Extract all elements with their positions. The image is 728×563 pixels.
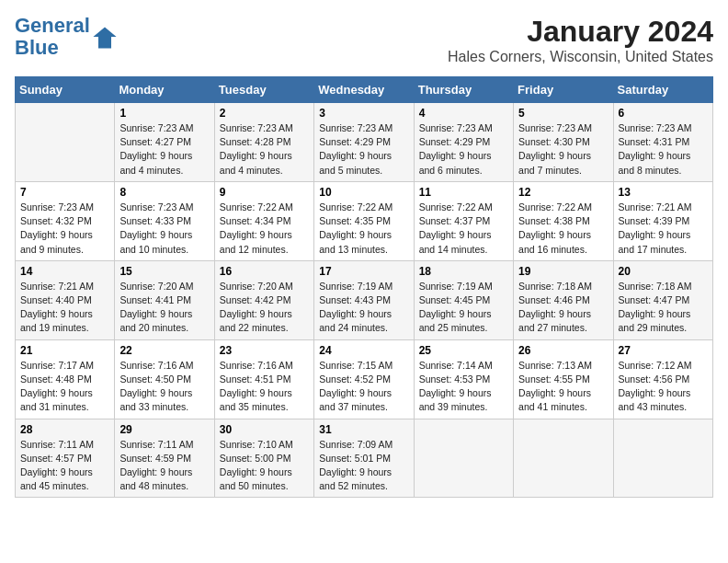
day-info: Sunrise: 7:20 AMSunset: 4:41 PMDaylight:… [119, 280, 209, 336]
calendar-cell: 18Sunrise: 7:19 AMSunset: 4:45 PMDayligh… [414, 260, 513, 339]
logo: General Blue [15, 15, 118, 59]
day-info: Sunrise: 7:09 AMSunset: 5:01 PMDaylight:… [319, 438, 408, 494]
day-info: Sunrise: 7:16 AMSunset: 4:51 PMDaylight:… [220, 359, 309, 415]
page-title: January 2024 [448, 15, 713, 49]
day-number: 23 [220, 344, 309, 357]
day-info: Sunrise: 7:14 AMSunset: 4:53 PMDaylight:… [419, 359, 508, 415]
day-number: 3 [319, 107, 408, 120]
day-number: 21 [20, 344, 109, 357]
calendar-cell: 31Sunrise: 7:09 AMSunset: 5:01 PMDayligh… [314, 419, 414, 498]
logo-text: General Blue [15, 15, 90, 59]
day-info: Sunrise: 7:13 AMSunset: 4:55 PMDaylight:… [518, 359, 608, 415]
calendar-cell: 1Sunrise: 7:23 AMSunset: 4:27 PMDaylight… [115, 103, 214, 182]
day-number: 15 [119, 265, 209, 278]
day-number: 22 [119, 344, 209, 357]
day-info: Sunrise: 7:19 AMSunset: 4:45 PMDaylight:… [419, 280, 508, 336]
day-info: Sunrise: 7:11 AMSunset: 4:57 PMDaylight:… [20, 438, 109, 494]
day-info: Sunrise: 7:15 AMSunset: 4:52 PMDaylight:… [319, 359, 408, 415]
page-subtitle: Hales Corners, Wisconsin, United States [448, 49, 713, 65]
calendar-cell: 6Sunrise: 7:23 AMSunset: 4:31 PMDaylight… [613, 103, 712, 182]
week-row-4: 21Sunrise: 7:17 AMSunset: 4:48 PMDayligh… [16, 339, 713, 419]
day-info: Sunrise: 7:21 AMSunset: 4:40 PMDaylight:… [20, 280, 109, 336]
day-number: 29 [119, 423, 209, 436]
day-info: Sunrise: 7:20 AMSunset: 4:42 PMDaylight:… [220, 280, 309, 336]
calendar-cell: 17Sunrise: 7:19 AMSunset: 4:43 PMDayligh… [314, 260, 414, 339]
calendar-cell [16, 103, 115, 182]
calendar-cell: 30Sunrise: 7:10 AMSunset: 5:00 PMDayligh… [214, 419, 313, 498]
day-info: Sunrise: 7:18 AMSunset: 4:46 PMDaylight:… [518, 280, 608, 336]
day-info: Sunrise: 7:23 AMSunset: 4:29 PMDaylight:… [319, 121, 408, 178]
calendar-cell: 12Sunrise: 7:22 AMSunset: 4:38 PMDayligh… [514, 181, 613, 260]
day-number: 1 [119, 107, 209, 120]
calendar-cell [514, 419, 613, 498]
header: General Blue January 2024 Hales Corners,… [15, 15, 713, 65]
calendar-cell: 24Sunrise: 7:15 AMSunset: 4:52 PMDayligh… [314, 339, 414, 419]
day-number: 30 [220, 423, 309, 436]
calendar-cell: 5Sunrise: 7:23 AMSunset: 4:30 PMDaylight… [514, 103, 613, 182]
calendar-table: SundayMondayTuesdayWednesdayThursdayFrid… [15, 76, 713, 498]
calendar-cell: 3Sunrise: 7:23 AMSunset: 4:29 PMDaylight… [314, 103, 414, 182]
header-cell-friday: Friday [514, 77, 613, 103]
header-cell-sunday: Sunday [16, 77, 115, 103]
week-row-5: 28Sunrise: 7:11 AMSunset: 4:57 PMDayligh… [16, 419, 713, 498]
day-info: Sunrise: 7:23 AMSunset: 4:30 PMDaylight:… [518, 121, 608, 178]
day-number: 31 [319, 423, 408, 436]
calendar-cell: 9Sunrise: 7:22 AMSunset: 4:34 PMDaylight… [214, 181, 313, 260]
calendar-cell: 23Sunrise: 7:16 AMSunset: 4:51 PMDayligh… [214, 339, 313, 419]
calendar-cell: 19Sunrise: 7:18 AMSunset: 4:46 PMDayligh… [514, 260, 613, 339]
day-number: 14 [20, 265, 109, 278]
day-number: 16 [220, 265, 309, 278]
calendar-cell: 25Sunrise: 7:14 AMSunset: 4:53 PMDayligh… [414, 339, 513, 419]
calendar-cell: 11Sunrise: 7:22 AMSunset: 4:37 PMDayligh… [414, 181, 513, 260]
day-number: 10 [319, 186, 408, 199]
day-number: 9 [220, 186, 309, 199]
calendar-cell: 26Sunrise: 7:13 AMSunset: 4:55 PMDayligh… [514, 339, 613, 419]
day-info: Sunrise: 7:23 AMSunset: 4:31 PMDaylight:… [619, 121, 708, 178]
title-area: January 2024 Hales Corners, Wisconsin, U… [448, 15, 713, 65]
calendar-cell: 7Sunrise: 7:23 AMSunset: 4:32 PMDaylight… [16, 181, 115, 260]
header-cell-wednesday: Wednesday [314, 77, 414, 103]
day-number: 20 [619, 265, 708, 278]
week-row-3: 14Sunrise: 7:21 AMSunset: 4:40 PMDayligh… [16, 260, 713, 339]
day-number: 26 [518, 344, 608, 357]
calendar-cell: 22Sunrise: 7:16 AMSunset: 4:50 PMDayligh… [115, 339, 214, 419]
day-info: Sunrise: 7:16 AMSunset: 4:50 PMDaylight:… [119, 359, 209, 415]
calendar-cell: 28Sunrise: 7:11 AMSunset: 4:57 PMDayligh… [16, 419, 115, 498]
logo-icon [92, 24, 118, 50]
header-row: SundayMondayTuesdayWednesdayThursdayFrid… [16, 77, 713, 103]
calendar-cell [613, 419, 712, 498]
day-number: 2 [220, 107, 309, 120]
calendar-cell: 21Sunrise: 7:17 AMSunset: 4:48 PMDayligh… [16, 339, 115, 419]
day-info: Sunrise: 7:23 AMSunset: 4:28 PMDaylight:… [220, 121, 309, 178]
calendar-cell: 8Sunrise: 7:23 AMSunset: 4:33 PMDaylight… [115, 181, 214, 260]
calendar-cell: 27Sunrise: 7:12 AMSunset: 4:56 PMDayligh… [613, 339, 712, 419]
svg-marker-0 [93, 28, 116, 49]
day-number: 12 [518, 186, 608, 199]
day-info: Sunrise: 7:22 AMSunset: 4:34 PMDaylight:… [220, 201, 309, 257]
day-info: Sunrise: 7:22 AMSunset: 4:38 PMDaylight:… [518, 201, 608, 257]
day-info: Sunrise: 7:10 AMSunset: 5:00 PMDaylight:… [220, 438, 309, 494]
calendar-cell [414, 419, 513, 498]
day-number: 28 [20, 423, 109, 436]
calendar-cell: 20Sunrise: 7:18 AMSunset: 4:47 PMDayligh… [613, 260, 712, 339]
day-info: Sunrise: 7:21 AMSunset: 4:39 PMDaylight:… [619, 201, 708, 257]
day-number: 7 [20, 186, 109, 199]
day-info: Sunrise: 7:17 AMSunset: 4:48 PMDaylight:… [20, 359, 109, 415]
day-info: Sunrise: 7:18 AMSunset: 4:47 PMDaylight:… [619, 280, 708, 336]
calendar-cell: 16Sunrise: 7:20 AMSunset: 4:42 PMDayligh… [214, 260, 313, 339]
week-row-1: 1Sunrise: 7:23 AMSunset: 4:27 PMDaylight… [16, 103, 713, 182]
header-cell-thursday: Thursday [414, 77, 513, 103]
calendar-cell: 2Sunrise: 7:23 AMSunset: 4:28 PMDaylight… [214, 103, 313, 182]
day-number: 8 [119, 186, 209, 199]
day-number: 11 [419, 186, 508, 199]
day-info: Sunrise: 7:23 AMSunset: 4:32 PMDaylight:… [20, 201, 109, 257]
calendar-cell: 13Sunrise: 7:21 AMSunset: 4:39 PMDayligh… [613, 181, 712, 260]
day-number: 13 [619, 186, 708, 199]
day-number: 24 [319, 344, 408, 357]
calendar-cell: 4Sunrise: 7:23 AMSunset: 4:29 PMDaylight… [414, 103, 513, 182]
day-info: Sunrise: 7:23 AMSunset: 4:33 PMDaylight:… [119, 201, 209, 257]
day-number: 17 [319, 265, 408, 278]
day-number: 4 [419, 107, 508, 120]
header-cell-saturday: Saturday [613, 77, 712, 103]
day-number: 27 [619, 344, 708, 357]
